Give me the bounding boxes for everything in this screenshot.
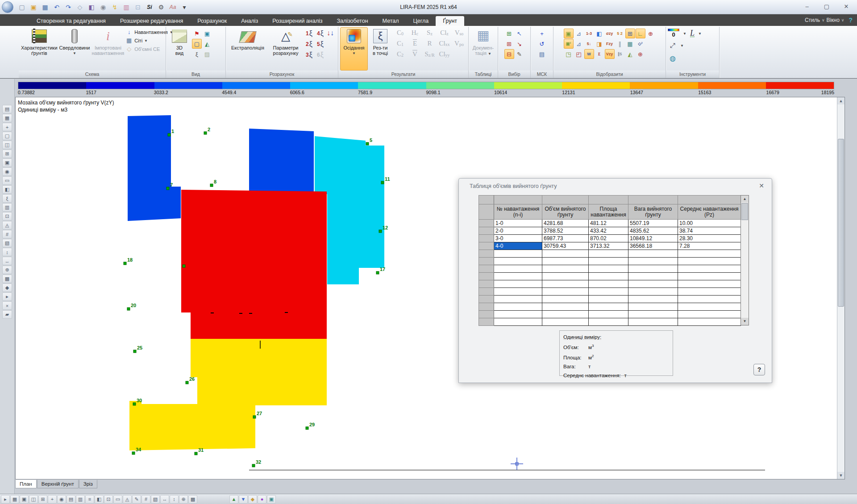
zoom-frame-icon[interactable]: ⊕ <box>636 49 645 59</box>
status-tool-icon-11[interactable]: ◧ <box>95 495 104 504</box>
load-node-marker[interactable] <box>195 452 197 455</box>
status-view-icon-4[interactable]: ● <box>258 495 266 504</box>
tab-Аналіз[interactable]: Аналіз <box>234 16 265 26</box>
result-symbol-C0[interactable]: C0 <box>393 29 408 39</box>
row-header-cell[interactable] <box>479 250 494 258</box>
table-cell[interactable] <box>678 265 741 273</box>
table-cell[interactable] <box>494 258 542 265</box>
load-node-marker[interactable] <box>253 416 256 418</box>
table-cell[interactable] <box>542 288 589 296</box>
table-row-empty[interactable] <box>479 303 741 311</box>
left-tool-icon-19[interactable]: ⊕ <box>2 266 12 274</box>
scrollbar-thumb[interactable] <box>741 203 748 220</box>
result-symbol-C2[interactable]: C2 <box>393 50 408 60</box>
grid-icon[interactable]: ⊞ <box>625 29 635 38</box>
row-header-cell[interactable] <box>479 296 494 303</box>
extrapolation-button[interactable]: Екстраполяція <box>228 27 268 71</box>
table-cell[interactable] <box>542 273 589 280</box>
lock-icon[interactable]: ⊡ <box>133 2 143 12</box>
left-tool-icon-9[interactable]: ▭ <box>2 176 12 185</box>
lightning-icon[interactable]: ↯ <box>109 2 120 12</box>
add-view-icon[interactable]: ◰ <box>574 49 584 59</box>
load-node-marker[interactable] <box>366 142 369 145</box>
left-tool-icon-13[interactable]: ⊡ <box>2 212 12 221</box>
pan-icon[interactable]: ⊕ <box>646 29 656 38</box>
table-scrollbar[interactable]: ▲ ▼ <box>741 195 749 325</box>
stamp-icon[interactable]: ⊿ <box>574 29 584 38</box>
soil-region-blue-2[interactable] <box>249 129 314 194</box>
dialog-help-button[interactable]: ? <box>753 364 765 375</box>
load-node-marker[interactable] <box>183 265 185 267</box>
table-cell[interactable] <box>589 265 628 273</box>
soil-volumes-dialog[interactable]: Таблиця об'ємів вийнятого ґрунту ✕ № нав… <box>458 178 772 383</box>
table-cell[interactable]: 7.28 <box>678 242 741 250</box>
table-cell[interactable] <box>542 303 589 311</box>
table-cell[interactable] <box>494 265 542 273</box>
result-symbol-Clz[interactable]: Clz <box>437 29 452 39</box>
tab-Метал[interactable]: Метал <box>375 16 406 26</box>
status-tool-icon-8[interactable]: ▤ <box>67 495 75 504</box>
si-units-icon[interactable]: Si <box>144 2 155 12</box>
table-cell[interactable] <box>678 258 741 265</box>
mosaic-orange-icon[interactable]: ◨ <box>595 39 604 49</box>
table-cell[interactable]: 4281.68 <box>542 220 589 227</box>
status-tool-icon-12[interactable]: ⊡ <box>104 495 113 504</box>
sigma-zy-icon[interactable]: σzy <box>605 29 615 38</box>
table-row-empty[interactable] <box>479 265 741 273</box>
table-cell[interactable] <box>494 250 542 258</box>
load-case-1-button[interactable]: 1ξ <box>304 28 315 39</box>
qat-overflow-icon[interactable]: ▾ <box>179 2 190 12</box>
w-mesh-icon[interactable]: W <box>584 49 594 59</box>
result-symbol-Vso[interactable]: Vso <box>452 29 466 39</box>
status-tool-icon-7[interactable]: ◉ <box>57 495 66 504</box>
left-tool-icon-18[interactable]: ↔ <box>2 257 12 265</box>
table-cell[interactable]: 10.00 <box>678 220 741 227</box>
piles-icon[interactable]: ∥ <box>615 39 625 49</box>
help-icon[interactable]: ? <box>849 17 853 24</box>
table-row-empty[interactable] <box>479 288 741 296</box>
left-tool-icon-12[interactable]: ▥ <box>2 203 12 212</box>
table-cell[interactable] <box>628 318 678 326</box>
map-icon[interactable]: ▨ <box>202 49 212 59</box>
table-cell[interactable] <box>542 265 589 273</box>
left-tool-icon-8[interactable]: ◉ <box>2 167 12 176</box>
status-view-icon-3[interactable]: ◆ <box>248 495 257 504</box>
table-cell[interactable]: 6987.73 <box>542 235 589 242</box>
left-tool-icon-20[interactable]: ▩ <box>2 275 12 283</box>
left-tool-icon-4[interactable]: ▢ <box>2 132 12 140</box>
color-scale-bar[interactable] <box>18 82 834 89</box>
table-cell[interactable] <box>589 318 628 326</box>
status-view-icon-5[interactable]: ▣ <box>267 495 276 504</box>
left-tool-icon-11[interactable]: ξ <box>2 194 12 203</box>
resize-expand-icon[interactable]: ⤢ <box>668 41 678 50</box>
calc-parameters-button[interactable]: △ Параметри розрахунку <box>269 27 303 71</box>
load-node-marker[interactable] <box>132 452 135 454</box>
view-cube-icon[interactable]: ◇ <box>75 2 85 12</box>
load-case-3-button[interactable]: 3ξ <box>304 50 315 60</box>
drill-icon[interactable]: ξ <box>192 49 202 59</box>
f-zy-icon[interactable]: Fzy <box>605 39 615 49</box>
show-volumes-icon[interactable]: ▣³ <box>564 39 574 49</box>
table-cell[interactable]: 10849.12 <box>628 235 678 242</box>
load-node-marker[interactable] <box>124 262 126 265</box>
table-cell[interactable] <box>628 311 678 318</box>
scale-values-button[interactable]: 0 <box>668 29 679 38</box>
diagram-icon[interactable]: ▥ <box>121 2 132 12</box>
load-node-marker[interactable] <box>127 308 130 310</box>
result-symbol-Vpo[interactable]: Vpo <box>452 40 466 50</box>
show-areas-icon[interactable]: ▣ <box>564 29 574 38</box>
table-row-empty[interactable] <box>479 280 741 288</box>
table-cell[interactable] <box>628 273 678 280</box>
table-cell[interactable] <box>628 303 678 311</box>
scroll-down-icon[interactable]: ▼ <box>741 318 749 325</box>
stamp2-icon[interactable]: ⊿ <box>574 39 584 49</box>
left-tool-icon-23[interactable]: × <box>2 301 12 310</box>
table-row-empty[interactable] <box>479 318 741 326</box>
load-node-marker[interactable] <box>204 132 207 134</box>
left-tool-icon-14[interactable]: ◬ <box>2 221 12 229</box>
sum-icon[interactable]: Σ <box>595 49 604 59</box>
table-cell[interactable] <box>678 303 741 311</box>
scrollbar-thumb[interactable] <box>838 139 844 307</box>
load-node-marker[interactable] <box>306 427 308 429</box>
table-cell[interactable]: 38.74 <box>678 227 741 235</box>
